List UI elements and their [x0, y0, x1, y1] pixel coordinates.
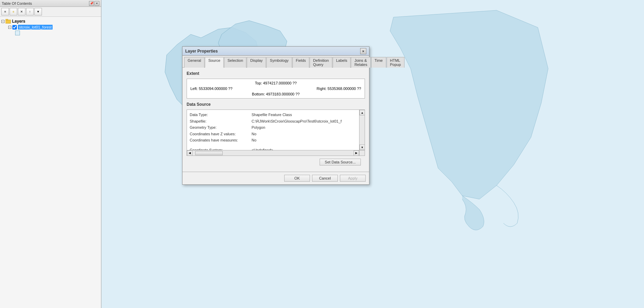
tab-content-source: Extent Top: 4974217.000000 ?? Left: 5533…	[182, 68, 369, 172]
extent-right-value: 5535368.000000 ??	[327, 87, 361, 91]
tab-source[interactable]: Source	[205, 57, 224, 68]
scroll-up-arrow[interactable]: ▲	[359, 110, 365, 115]
tabs-bar: General Source Selection Display Symbolo…	[182, 56, 369, 68]
toc-list-view-button[interactable]: ≡	[1, 8, 9, 15]
extent-section-label: Extent	[187, 71, 365, 76]
toc-content: − Layers − stcroix_lot01_forest	[0, 17, 101, 308]
extent-box: Top: 4974217.000000 ?? Left: 5533094.000…	[187, 79, 365, 99]
toc-layers-label: Layers	[12, 19, 25, 24]
datasource-val-measures: No	[252, 137, 256, 143]
toc-layers-expand[interactable]: −	[1, 20, 4, 23]
extent-right-label: Right:	[317, 87, 326, 91]
extent-bottom: Bottom: 4973183.000000 ??	[190, 92, 361, 96]
scroll-right-arrow[interactable]: ▶	[354, 150, 359, 156]
datasource-container: Data Type: Shapefile Feature Class Shape…	[187, 110, 365, 156]
toc-toolbar: ≡ + ✕ ↑ ▼	[0, 7, 101, 17]
tab-labels[interactable]: Labels	[333, 57, 351, 68]
tab-joins-relates[interactable]: Joins & Relates	[351, 57, 370, 68]
toc-layer-item: − stcroix_lot01_forest	[8, 24, 100, 35]
toc-titlebar: Table Of Contents 📌 ✕	[0, 0, 101, 7]
toc-layer-symbol	[15, 31, 20, 35]
datasource-row-datatype: Data Type: Shapefile Feature Class	[190, 112, 358, 118]
tab-display[interactable]: Display	[247, 57, 266, 68]
tab-fields[interactable]: Fields	[292, 57, 309, 68]
scrollbar-corner	[359, 150, 365, 156]
toc-pin-button[interactable]: 📌	[89, 1, 94, 6]
datasource-key-geomtype: Geometry Type:	[190, 125, 252, 130]
tab-time[interactable]: Time	[371, 57, 386, 68]
datasource-section-label: Data Source	[187, 102, 365, 107]
extent-bottom-value: 4973183.000000 ??	[266, 92, 300, 96]
datasource-row-geomtype: Geometry Type: Polygon	[190, 125, 358, 130]
toc-layer-row: − stcroix_lot01_forest	[8, 24, 100, 30]
datasource-row-zvalues: Coordinates have Z values: No	[190, 131, 358, 137]
layer-properties-dialog: Layer Properties × General Source Select…	[182, 46, 369, 185]
datasource-val-geomtype: Polygon	[252, 125, 265, 130]
tab-symbology[interactable]: Symbology	[266, 57, 292, 68]
tab-definition-query[interactable]: Definition Query	[310, 57, 332, 68]
datasource-key-datatype: Data Type:	[190, 112, 252, 118]
toc-layers-group: − Layers	[1, 18, 100, 24]
dialog-titlebar: Layer Properties ×	[182, 47, 369, 56]
datasource-val-shapefile: C:\RJWork\StCroix\GlooscapPro\Test6\stcr…	[252, 118, 342, 124]
extent-left: Left: 5533094.000000 ??	[190, 87, 232, 91]
extent-right: Right: 5535368.000000 ??	[317, 87, 361, 91]
datasource-row-shapefile: Shapefile: C:\RJWork\StCroix\GlooscapPro…	[190, 118, 358, 124]
extent-top-value: 4974217.000000 ??	[263, 81, 297, 85]
vertical-scrollbar: ▲ ▼	[359, 110, 365, 150]
scroll-thumb-h[interactable]	[195, 151, 223, 155]
svg-rect-1	[5, 19, 8, 20]
cancel-button[interactable]: Cancel	[312, 175, 338, 182]
scroll-left-arrow[interactable]: ◀	[187, 150, 192, 156]
toc-options-button[interactable]: ▼	[34, 8, 42, 15]
datasource-val-zvalues: No	[252, 131, 256, 137]
toc-layer-name[interactable]: stcroix_lot01_forest	[18, 25, 53, 30]
datasource-row-empty	[190, 144, 358, 147]
datasource-key-zvalues: Coordinates have Z values:	[190, 131, 252, 137]
set-datasource-area: Set Data Source...	[187, 156, 365, 168]
toc-remove-button[interactable]: ✕	[18, 8, 25, 15]
tab-general[interactable]: General	[184, 57, 204, 68]
extent-top-label: Top:	[255, 81, 262, 85]
scroll-down-arrow[interactable]: ▼	[359, 145, 365, 150]
extent-top: Top: 4974217.000000 ??	[190, 81, 361, 85]
toc-title-buttons: 📌 ✕	[89, 1, 99, 6]
tab-selection[interactable]: Selection	[224, 57, 246, 68]
toc-move-up-button[interactable]: ↑	[26, 8, 34, 15]
toc-layer-checkbox[interactable]	[12, 25, 17, 30]
extent-bottom-label: Bottom:	[252, 92, 265, 96]
toc-layer-expand[interactable]: −	[8, 26, 11, 29]
toc-panel: Table Of Contents 📌 ✕ ≡ + ✕ ↑ ▼ − Layers…	[0, 0, 101, 308]
dialog-footer: OK Cancel Apply	[182, 172, 369, 184]
dialog-title: Layer Properties	[185, 49, 218, 54]
extent-middle: Left: 5533094.000000 ?? Right: 5535368.0…	[190, 87, 361, 91]
datasource-row-measures: Coordinates have measures: No	[190, 137, 358, 143]
horizontal-scrollbar: ◀ ▶	[187, 150, 359, 156]
scroll-track-h	[192, 151, 354, 156]
svg-marker-5	[390, 10, 548, 199]
datasource-inner: Data Type: Shapefile Feature Class Shape…	[187, 110, 365, 156]
toc-close-button[interactable]: ✕	[95, 1, 99, 6]
toc-title: Table Of Contents	[2, 1, 32, 5]
folder-icon	[5, 19, 11, 24]
set-data-source-button[interactable]: Set Data Source...	[320, 159, 361, 166]
datasource-val-datatype: Shapefile Feature Class	[252, 112, 292, 118]
datasource-key-measures: Coordinates have measures:	[190, 137, 252, 143]
datasource-key-shapefile: Shapefile:	[190, 118, 252, 124]
apply-button[interactable]: Apply	[340, 175, 366, 182]
dialog-close-button[interactable]: ×	[360, 48, 366, 54]
scroll-track-v	[359, 115, 365, 145]
tab-html-popup[interactable]: HTML Popup	[387, 57, 404, 68]
toc-add-button[interactable]: +	[10, 8, 17, 15]
extent-left-value: 5533094.000000 ??	[199, 87, 232, 91]
ok-button[interactable]: OK	[284, 175, 310, 182]
extent-left-label: Left:	[190, 87, 198, 91]
